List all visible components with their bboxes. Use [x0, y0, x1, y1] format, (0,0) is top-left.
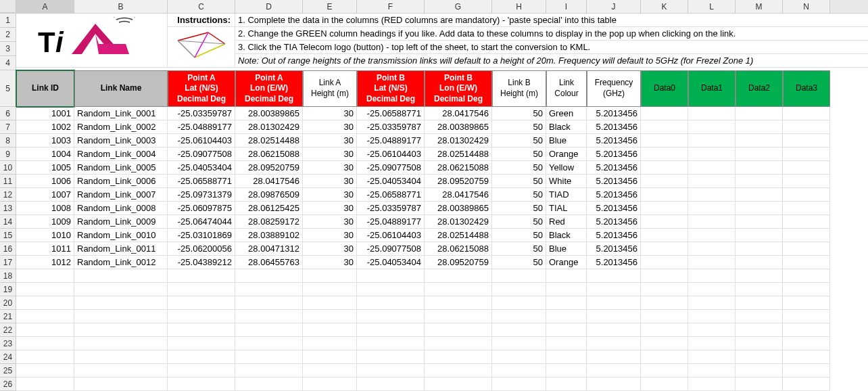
cell[interactable] — [168, 269, 235, 283]
cell[interactable]: 50 — [492, 175, 546, 188]
cell[interactable] — [783, 202, 830, 215]
cell[interactable] — [303, 364, 357, 377]
cell[interactable] — [736, 242, 783, 256]
row-header[interactable]: 8 — [0, 134, 16, 147]
cell[interactable] — [688, 202, 736, 215]
cell[interactable]: 28.01302429 — [235, 120, 303, 134]
cell[interactable]: 1001 — [16, 107, 74, 120]
cell[interactable]: 1012 — [16, 256, 74, 269]
header-link-b-height[interactable]: Link B Height (m) — [492, 70, 546, 107]
cell[interactable] — [783, 175, 830, 188]
row-header[interactable]: 26 — [0, 377, 16, 391]
cell[interactable] — [688, 377, 736, 391]
cell[interactable] — [641, 242, 688, 256]
cell[interactable]: 28.09520759 — [235, 161, 303, 175]
column-header[interactable]: G — [425, 0, 492, 13]
cell[interactable]: 1003 — [16, 134, 74, 147]
cell[interactable]: 30 — [303, 147, 357, 161]
cell[interactable] — [688, 188, 736, 202]
cell[interactable] — [425, 296, 492, 310]
cell[interactable]: 28.09520759 — [425, 175, 492, 188]
cell[interactable] — [492, 323, 546, 337]
cell[interactable] — [74, 337, 168, 350]
cell[interactable] — [168, 337, 235, 350]
column-header[interactable]: K — [641, 0, 688, 13]
cell[interactable] — [587, 377, 641, 391]
cell[interactable] — [546, 323, 587, 337]
cell[interactable]: 1011 — [16, 242, 74, 256]
cell[interactable]: Blue — [546, 134, 587, 147]
cell[interactable]: 5.2013456 — [587, 147, 641, 161]
cell[interactable]: Green — [546, 107, 587, 120]
cell[interactable] — [168, 377, 235, 391]
cell[interactable] — [546, 296, 587, 310]
cell[interactable] — [168, 364, 235, 377]
cell[interactable] — [357, 283, 425, 296]
tia-logo-button[interactable]: T i — [16, 14, 168, 68]
cell[interactable]: 50 — [492, 120, 546, 134]
cell[interactable] — [587, 310, 641, 323]
cell[interactable]: 28.01302429 — [425, 134, 492, 147]
cell[interactable] — [492, 364, 546, 377]
cell[interactable] — [783, 323, 830, 337]
row-header[interactable]: 2 — [0, 28, 16, 42]
cell[interactable] — [736, 337, 783, 350]
cell[interactable]: 30 — [303, 134, 357, 147]
cell[interactable]: 1007 — [16, 188, 74, 202]
row-header[interactable]: 14 — [0, 215, 16, 229]
cell[interactable]: 5.2013456 — [587, 188, 641, 202]
row-header[interactable]: 4 — [0, 56, 16, 70]
cell[interactable]: 1008 — [16, 202, 74, 215]
cell[interactable]: TIAD — [546, 188, 587, 202]
row-header[interactable]: 17 — [0, 256, 16, 269]
cell[interactable] — [736, 350, 783, 364]
cell[interactable] — [641, 107, 688, 120]
cell[interactable] — [16, 350, 74, 364]
cell[interactable]: 50 — [492, 188, 546, 202]
cell[interactable]: Random_Link_0008 — [74, 202, 168, 215]
cell[interactable] — [736, 134, 783, 147]
cell[interactable] — [16, 296, 74, 310]
cell[interactable] — [736, 310, 783, 323]
cell[interactable]: -25.06104403 — [168, 134, 235, 147]
column-header[interactable]: B — [74, 0, 168, 13]
cell[interactable] — [587, 296, 641, 310]
cell[interactable] — [546, 269, 587, 283]
cell[interactable]: -25.03359787 — [168, 107, 235, 120]
row-header[interactable]: 5 — [0, 70, 16, 107]
cell[interactable]: 50 — [492, 242, 546, 256]
cell[interactable] — [16, 310, 74, 323]
cell[interactable] — [783, 161, 830, 175]
header-data0[interactable]: Data0 — [641, 70, 688, 107]
column-header[interactable]: C — [168, 0, 235, 13]
column-header[interactable]: I — [546, 0, 587, 13]
cell[interactable]: 28.06215088 — [425, 161, 492, 175]
cell[interactable] — [168, 283, 235, 296]
cell[interactable]: 5.2013456 — [587, 120, 641, 134]
cell[interactable]: 30 — [303, 256, 357, 269]
cell[interactable]: 1002 — [16, 120, 74, 134]
cell[interactable] — [783, 120, 830, 134]
cell[interactable] — [736, 377, 783, 391]
cell[interactable]: -25.09731379 — [168, 188, 235, 202]
header-data1[interactable]: Data1 — [688, 70, 736, 107]
cell[interactable]: 50 — [492, 256, 546, 269]
cell[interactable]: 5.2013456 — [587, 161, 641, 175]
cell[interactable] — [783, 283, 830, 296]
cell[interactable] — [546, 364, 587, 377]
cell[interactable]: -25.09077508 — [357, 161, 425, 175]
cell[interactable] — [736, 107, 783, 120]
cell[interactable]: 28.02514488 — [235, 134, 303, 147]
cell[interactable] — [783, 229, 830, 242]
cell[interactable] — [303, 283, 357, 296]
cell[interactable] — [736, 296, 783, 310]
cell[interactable] — [783, 134, 830, 147]
cell[interactable]: 5.2013456 — [587, 134, 641, 147]
cell[interactable] — [587, 283, 641, 296]
cell[interactable] — [357, 296, 425, 310]
cell[interactable] — [492, 269, 546, 283]
cell[interactable]: 30 — [303, 120, 357, 134]
cell[interactable] — [641, 147, 688, 161]
cell[interactable] — [688, 350, 736, 364]
cell[interactable] — [641, 134, 688, 147]
